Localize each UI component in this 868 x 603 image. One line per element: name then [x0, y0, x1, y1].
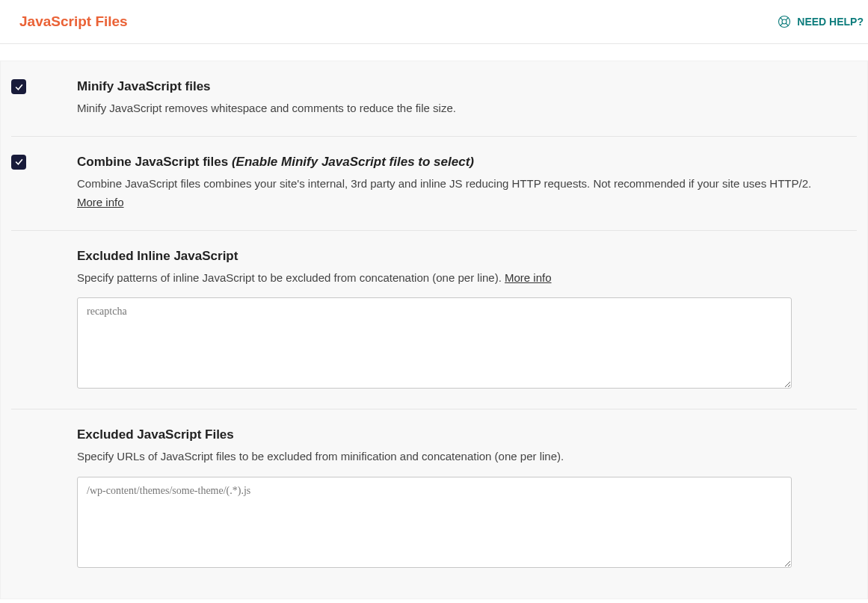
svg-line-4	[781, 23, 783, 25]
svg-line-3	[787, 17, 789, 19]
option-minify-js: Minify JavaScript files Minify JavaScrip…	[11, 61, 857, 137]
settings-page: JavaScript Files NEED HELP? Minify JavaS…	[0, 0, 868, 599]
lifebuoy-icon	[778, 15, 791, 28]
page-title: JavaScript Files	[19, 13, 128, 30]
excluded-inline-js-section: Excluded Inline JavaScript Specify patte…	[11, 231, 857, 410]
excluded-js-files-section: Excluded JavaScript Files Specify URLs o…	[11, 409, 857, 576]
excluded-inline-more-info-link[interactable]: More info	[505, 271, 552, 284]
checkmark-icon	[14, 157, 24, 167]
excluded-inline-sub-text: Specify patterns of inline JavaScript to…	[77, 271, 502, 284]
need-help-link[interactable]: NEED HELP?	[778, 15, 868, 28]
combine-js-more-info-link[interactable]: More info	[77, 196, 124, 208]
need-help-label: NEED HELP?	[797, 16, 864, 28]
excluded-inline-textarea[interactable]	[77, 297, 792, 389]
combine-js-title: Combine JavaScript files (Enable Minify …	[77, 155, 846, 170]
svg-point-1	[782, 19, 787, 24]
section-header: JavaScript Files NEED HELP?	[0, 13, 868, 44]
combine-js-desc: Combine JavaScript files combines your s…	[77, 174, 846, 212]
combine-js-condition: (Enable Minify JavaScript files to selec…	[232, 155, 474, 169]
excluded-inline-sub: Specify patterns of inline JavaScript to…	[77, 268, 846, 288]
svg-line-2	[781, 17, 783, 19]
minify-js-title: Minify JavaScript files	[77, 79, 846, 94]
settings-panel: Minify JavaScript files Minify JavaScrip…	[0, 61, 868, 599]
excluded-files-textarea[interactable]	[77, 477, 792, 568]
excluded-files-sub: Specify URLs of JavaScript files to be e…	[77, 447, 846, 466]
svg-line-5	[787, 23, 789, 25]
minify-js-checkbox[interactable]	[11, 79, 26, 94]
combine-js-title-text: Combine JavaScript files	[77, 155, 228, 169]
option-combine-js: Combine JavaScript files (Enable Minify …	[11, 137, 857, 231]
minify-js-desc: Minify JavaScript removes whitespace and…	[77, 99, 846, 118]
checkmark-icon	[14, 82, 24, 92]
excluded-inline-heading: Excluded Inline JavaScript	[77, 249, 846, 264]
excluded-files-heading: Excluded JavaScript Files	[77, 427, 846, 442]
combine-js-checkbox[interactable]	[11, 155, 26, 170]
combine-js-desc-text: Combine JavaScript files combines your s…	[77, 177, 811, 190]
